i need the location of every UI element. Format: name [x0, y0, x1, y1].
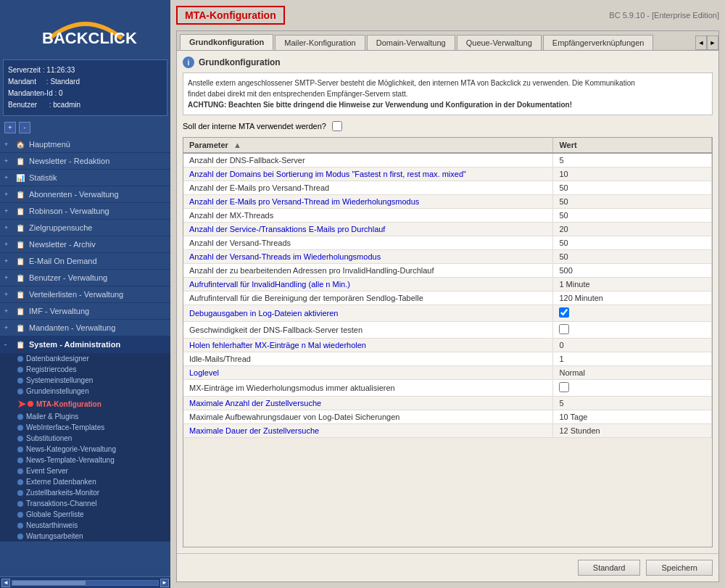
tab-prev-btn[interactable]: ◄ — [695, 36, 707, 50]
bullet-icon — [17, 356, 23, 362]
sub-nav-zustellbarkeits-monitor[interactable]: Zustellbarkeits-Monitor — [0, 487, 170, 498]
internal-mta-checkbox[interactable] — [332, 121, 342, 131]
tab-nav-buttons: ◄ ► — [695, 36, 718, 50]
sub-nav-event-server[interactable]: Event Server — [0, 465, 170, 476]
sidebar-item-system-administration[interactable]: - 📋 System - Administration — [0, 336, 170, 353]
col-parameter-label: Parameter — [189, 141, 228, 149]
table-row: Maximale Aufbewahrungsdauer von Log-Date… — [183, 410, 553, 424]
tab-domain-verwaltung[interactable]: Domain-Verwaltung — [367, 35, 455, 50]
sub-nav-news-kategorie[interactable]: News-Kategorie-Verwaltung — [0, 444, 170, 455]
sub-nav-grundeinstellungen[interactable]: Grundeinstellungen — [0, 386, 170, 397]
benutzer-icon: 📋 — [14, 272, 26, 283]
tab-queue-verwaltung[interactable]: Queue-Verwaltung — [457, 35, 542, 50]
sidebar-item-email-on-demand[interactable]: + 📋 E-Mail On Demand — [0, 253, 170, 270]
expand-icon: + — [4, 141, 13, 148]
version-info: BC 5.9.10 - [Enterprise Edition] — [609, 11, 719, 20]
table-cell-wert: 50 — [553, 181, 712, 195]
sub-nav-label: Substitutionen — [26, 434, 72, 442]
nav-label: Robinson - Verwaltung — [29, 207, 109, 215]
sub-nav-label: Systemeinstellungen — [26, 376, 93, 384]
scroll-right-btn[interactable]: ► — [160, 579, 169, 587]
sub-nav-label: Wartungsarbeiten — [26, 532, 83, 540]
section-header: i Grundkonfiguration — [183, 57, 713, 68]
table-cell-wert: 120 Minuten — [553, 291, 712, 305]
table-cell-wert[interactable] — [553, 305, 712, 322]
sub-nav-globale-sperrliste[interactable]: Globale Sperrliste — [0, 509, 170, 520]
sub-nav-neustarthinweis[interactable]: Neustarthinweis — [0, 520, 170, 531]
table-row: Anzahl der Versand-Threads im Wiederholu… — [183, 250, 553, 264]
sidebar-item-benutzer[interactable]: + 📋 Benutzer - Verwaltung — [0, 270, 170, 286]
scroll-left-btn[interactable]: ◄ — [1, 579, 10, 587]
navigation: + - + 🏠 Hauptmenü + 📋 Newsletter - Redak… — [0, 119, 170, 576]
sub-nav-wartungsarbeiten[interactable]: Wartungsarbeiten — [0, 531, 170, 542]
sidebar-item-abonnenten[interactable]: + 📋 Abonnenten - Verwaltung — [0, 186, 170, 203]
sub-nav-registriercodes[interactable]: Registriercodes — [0, 364, 170, 375]
col-parameter[interactable]: Parameter ▲ — [183, 138, 553, 153]
bullet-icon — [17, 389, 23, 394]
speichern-button[interactable]: Speichern — [646, 560, 713, 576]
table-row: Anzahl der Service-/Transaktions E-Mails… — [183, 223, 553, 236]
table-row: Holen fehlerhafter MX-Einträge n Mal wie… — [183, 339, 553, 352]
bullet-icon — [17, 501, 23, 507]
sidebar-item-robinson[interactable]: + 📋 Robinson - Verwaltung — [0, 203, 170, 220]
sub-nav-transaktions-channel[interactable]: Transaktions-Channel — [0, 498, 170, 509]
expand-icon: + — [4, 291, 13, 298]
tab-grundkonfiguration[interactable]: Grundkonfiguration — [180, 34, 273, 50]
table-cell-wert: 50 — [553, 195, 712, 209]
sub-nav-news-template[interactable]: News-Template-Verwaltung — [0, 455, 170, 465]
sidebar-item-mandanten[interactable]: + 📋 Mandanten - Verwaltung — [0, 320, 170, 336]
sort-arrow-icon: ▲ — [233, 141, 241, 149]
warning-text: ACHTUNG: Beachten Sie bitte dringend die… — [188, 101, 572, 109]
scroll-thumb[interactable] — [12, 581, 86, 585]
sub-nav-datenbankdesigner[interactable]: Datenbankdesigner — [0, 353, 170, 364]
table-cell-wert: Normal — [553, 366, 712, 380]
sidebar-item-statistik[interactable]: + 📊 Statistik — [0, 170, 170, 186]
bullet-icon — [17, 512, 23, 518]
standard-button[interactable]: Standard — [578, 560, 641, 576]
tab-mailer-konfiguration[interactable]: Mailer-Konfiguration — [275, 35, 365, 50]
scroll-track[interactable] — [12, 580, 159, 586]
expand-icon: + — [4, 191, 13, 198]
tab-next-btn[interactable]: ► — [707, 36, 718, 50]
expand-icon: + — [4, 274, 13, 281]
table-scroll-area[interactable]: Parameter ▲ Wert Anzahl — [183, 138, 712, 547]
table-cell-wert: 0 — [553, 339, 712, 352]
col-wert: Wert — [553, 138, 712, 153]
sub-nav-mailer-plugins[interactable]: Mailer & Plugins — [0, 411, 170, 422]
table-row: Anzahl der MX-Threads — [183, 209, 553, 223]
benutzer-value: bcadmin — [53, 101, 80, 109]
table-row: Maximale Anzahl der Zustellversuche — [183, 397, 553, 410]
table-row: Anzahl der E-Mails pro Versand-Thread im… — [183, 195, 553, 209]
table-cell-wert[interactable] — [553, 322, 712, 339]
sidebar-item-verteilerlisten[interactable]: + 📋 Verteilerlisten - Verwaltung — [0, 286, 170, 303]
sub-nav-externe-datenbanken[interactable]: Externe Datenbanken — [0, 476, 170, 487]
nav-label: Verteilerlisten - Verwaltung — [29, 290, 123, 299]
sub-nav-label: News-Template-Verwaltung — [26, 456, 115, 464]
table-cell-wert[interactable] — [553, 380, 712, 397]
table-cell-wert: 50 — [553, 250, 712, 264]
description-line2: findet dabei direkt mit den entsprechend… — [188, 88, 708, 99]
sub-nav-systemeinstellungen[interactable]: Systemeinstellungen — [0, 375, 170, 386]
collapse-all-btn[interactable]: - — [19, 122, 30, 133]
tab-empfaengerverknuepfungen[interactable]: Empfängerverknüpfungen — [543, 35, 654, 50]
imf-icon: 📋 — [14, 305, 26, 317]
abonnenten-icon: 📋 — [14, 189, 26, 200]
sub-nav-substitutionen[interactable]: Substitutionen — [0, 433, 170, 444]
bullet-icon — [17, 523, 23, 529]
sub-nav-label: Zustellbarkeits-Monitor — [26, 489, 99, 497]
nav-label: Benutzer - Verwaltung — [29, 273, 107, 282]
sub-nav-mta-konfiguration[interactable]: ➤ MTA-Konfiguration — [0, 397, 170, 411]
nav-label: Newsletter - Archiv — [29, 240, 96, 249]
expand-all-btn[interactable]: + — [4, 122, 16, 133]
svg-text:BACKCLICK: BACKCLICK — [42, 29, 137, 47]
sub-nav-label: Neustarthinweis — [26, 521, 78, 529]
sidebar-item-zielgruppensuche[interactable]: + 📋 Zielgruppensuche — [0, 220, 170, 236]
sidebar-item-hauptmenu[interactable]: + 🏠 Hauptmenü — [0, 136, 170, 153]
sub-nav-webinterface-templates[interactable]: WebInterface-Templates — [0, 422, 170, 433]
table-row: Aufrufintervall für InvalidHandling (all… — [183, 278, 553, 291]
sidebar-hscrollbar[interactable]: ◄ ► — [0, 576, 170, 588]
serverzeit-value: 11:26:33 — [46, 66, 75, 74]
sidebar-item-imf[interactable]: + 📋 IMF - Verwaltung — [0, 303, 170, 320]
sidebar-item-newsletter-redaktion[interactable]: + 📋 Newsletter - Redaktion — [0, 153, 170, 170]
sidebar-item-newsletter-archiv[interactable]: + 📋 Newsletter - Archiv — [0, 236, 170, 253]
